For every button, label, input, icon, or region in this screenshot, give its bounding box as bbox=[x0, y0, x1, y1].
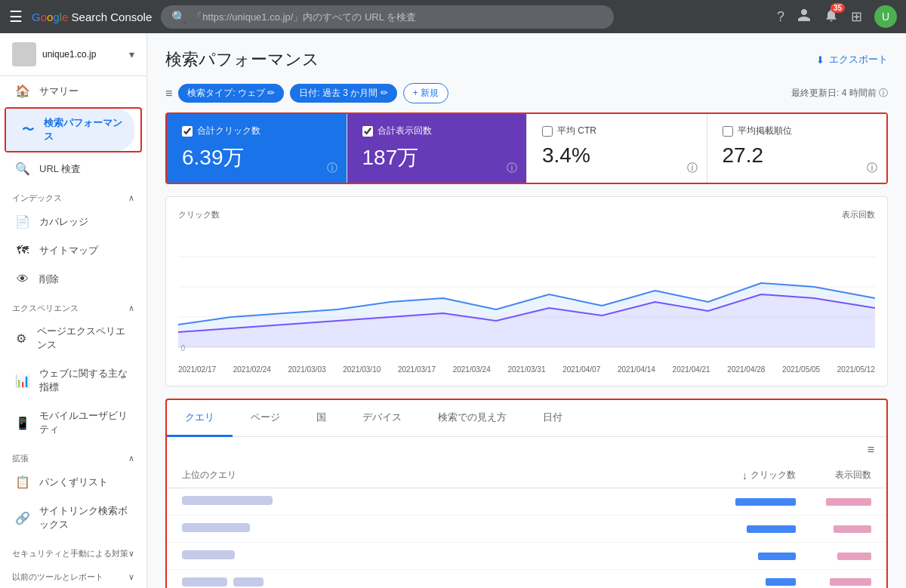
page-experience-icon: ⚙ bbox=[15, 331, 28, 346]
metric-info-clicks[interactable]: ⓘ bbox=[327, 162, 337, 175]
clicks-bar bbox=[766, 578, 796, 586]
chart-date-3: 2021/03/10 bbox=[343, 365, 381, 374]
search-icon: 🔍 bbox=[171, 10, 186, 24]
col-header-clicks[interactable]: ↓ クリック数 bbox=[705, 469, 796, 482]
account-icon[interactable] bbox=[797, 8, 812, 26]
impressions-bar bbox=[830, 578, 871, 586]
top-navigation: ☰ Google Search Console 🔍 ? 35 ⊞ U bbox=[0, 0, 906, 33]
filter-icon[interactable]: ≡ bbox=[165, 87, 172, 100]
search-input[interactable] bbox=[193, 11, 603, 23]
tab-date[interactable]: 日付 bbox=[525, 400, 581, 437]
sidebar-item-summary[interactable]: 🏠 サマリー bbox=[0, 76, 140, 106]
impressions-cell bbox=[796, 578, 871, 586]
impressions-bar bbox=[826, 498, 871, 506]
tab-search-appearance[interactable]: 検索での見え方 bbox=[420, 400, 525, 437]
metric-card-total-impressions[interactable]: 合計表示回数 187万 ⓘ bbox=[347, 114, 528, 183]
index-section-toggle[interactable]: ∧ bbox=[128, 193, 134, 203]
sidebar-item-removals[interactable]: 👁 削除 bbox=[0, 265, 140, 294]
metric-card-total-clicks[interactable]: 合計クリック数 6.39万 ⓘ bbox=[167, 114, 347, 183]
chart-svg: 0 bbox=[178, 226, 875, 362]
metric-checkbox-position[interactable] bbox=[723, 126, 733, 137]
filter-bar: ≡ 検索タイプ: ウェブ ✏ 日付: 過去 3 か月間 ✏ + 新規 最終更新日… bbox=[165, 83, 888, 103]
metric-label-ctr: 平均 CTR bbox=[557, 125, 596, 137]
breadcrumbs-icon: 📋 bbox=[15, 475, 30, 489]
col-header-impressions: 表示回数 bbox=[796, 469, 871, 482]
security-section-toggle[interactable]: ∨ bbox=[128, 549, 134, 559]
chart-date-1: 2021/02/24 bbox=[233, 365, 271, 374]
table-row[interactable] bbox=[167, 488, 886, 516]
sidebar-item-page-experience[interactable]: ⚙ ページエクスペリエンス bbox=[0, 317, 140, 359]
enhancements-section-toggle[interactable]: ∧ bbox=[128, 454, 134, 463]
date-filter[interactable]: 日付: 過去 3 か月間 ✏ bbox=[290, 84, 396, 103]
metric-checkbox-ctr[interactable] bbox=[542, 126, 553, 137]
sidebar-item-breadcrumbs[interactable]: 📋 パンくずリスト bbox=[0, 467, 140, 497]
menu-icon[interactable]: ☰ bbox=[9, 8, 23, 26]
tab-page[interactable]: ページ bbox=[233, 400, 298, 437]
chart-dates: 2021/02/17 2021/02/24 2021/03/03 2021/03… bbox=[178, 365, 875, 374]
help-icon[interactable]: ? bbox=[777, 9, 784, 25]
clicks-cell bbox=[705, 498, 796, 506]
account-selector[interactable]: unique1.co.jp ▾ bbox=[0, 33, 146, 76]
account-dropdown-arrow: ▾ bbox=[129, 48, 134, 60]
sort-icon: ↓ bbox=[742, 469, 747, 482]
chart-date-9: 2021/04/21 bbox=[673, 365, 710, 374]
sitelinks-icon: 🔗 bbox=[15, 511, 30, 525]
sidebar-section-experience: エクスペリエンス ∧ bbox=[0, 294, 146, 317]
tabs-toolbar: ≡ bbox=[167, 437, 886, 463]
metric-header-position: 平均掲載順位 bbox=[723, 125, 872, 137]
sidebar-label-search-performance: 検索パフォーマンス bbox=[44, 116, 122, 143]
page-header: 検索パフォーマンス ⬇ エクスポート bbox=[165, 48, 888, 71]
metric-label-clicks: 合計クリック数 bbox=[197, 125, 260, 137]
metric-info-position[interactable]: ⓘ bbox=[867, 162, 877, 175]
export-button[interactable]: ⬇ エクスポート bbox=[816, 53, 888, 66]
chart-y-label-right: 表示回数 bbox=[842, 209, 875, 220]
tab-country[interactable]: 国 bbox=[298, 400, 344, 437]
table-row[interactable] bbox=[167, 543, 886, 570]
apps-icon[interactable]: ⊞ bbox=[851, 8, 862, 25]
clicks-bar bbox=[758, 553, 796, 560]
user-avatar[interactable]: U bbox=[874, 5, 897, 28]
experience-section-toggle[interactable]: ∧ bbox=[128, 303, 134, 313]
sidebar-item-web-vitals[interactable]: 📊 ウェブに関する主な指標 bbox=[0, 359, 140, 402]
main-content: 検索パフォーマンス ⬇ エクスポート ≡ 検索タイプ: ウェブ ✏ 日付: 過去… bbox=[147, 33, 906, 588]
new-filter-button[interactable]: + 新規 bbox=[403, 83, 448, 103]
clicks-bar bbox=[747, 525, 796, 533]
table-row[interactable] bbox=[167, 516, 886, 543]
sidebar-item-sitelinks[interactable]: 🔗 サイトリンク検索ボックス bbox=[0, 497, 140, 539]
impressions-cell bbox=[796, 498, 871, 506]
impressions-cell bbox=[796, 553, 871, 560]
metric-checkbox-impressions[interactable] bbox=[362, 126, 373, 137]
last-updated: 最終更新日: 4 時間前 ⓘ bbox=[791, 87, 888, 100]
chart-date-12: 2021/05/12 bbox=[837, 365, 875, 374]
search-bar[interactable]: 🔍 bbox=[161, 5, 614, 29]
metric-value-ctr: 3.4% bbox=[542, 143, 692, 168]
chart-date-4: 2021/03/17 bbox=[398, 365, 436, 374]
metric-info-impressions[interactable]: ⓘ bbox=[507, 162, 517, 175]
sidebar-item-sitemaps[interactable]: 🗺 サイトマップ bbox=[0, 236, 140, 265]
search-type-filter[interactable]: 検索タイプ: ウェブ ✏ bbox=[178, 84, 284, 103]
metric-checkbox-clicks[interactable] bbox=[182, 126, 193, 137]
clicks-cell bbox=[705, 553, 796, 560]
chart-date-7: 2021/04/07 bbox=[562, 365, 600, 374]
metric-card-avg-ctr[interactable]: 平均 CTR 3.4% ⓘ bbox=[527, 114, 707, 183]
table-filter-icon[interactable]: ≡ bbox=[867, 443, 874, 457]
metric-label-position: 平均掲載順位 bbox=[738, 125, 792, 137]
sidebar-item-url-inspection[interactable]: 🔍 URL 検査 bbox=[0, 154, 140, 183]
page-title: 検索パフォーマンス bbox=[165, 48, 319, 71]
query-cell bbox=[182, 577, 705, 586]
metric-card-avg-position[interactable]: 平均掲載順位 27.2 ⓘ bbox=[707, 114, 887, 183]
sidebar-item-coverage[interactable]: 📄 カバレッジ bbox=[0, 207, 140, 236]
notifications-icon[interactable]: 35 bbox=[824, 8, 839, 26]
tab-device[interactable]: デバイス bbox=[344, 400, 420, 437]
tab-query[interactable]: クエリ bbox=[167, 400, 233, 437]
legacy-section-toggle[interactable]: ∨ bbox=[128, 572, 134, 582]
sidebar-item-mobile-usability[interactable]: 📱 モバイルユーザビリティ bbox=[0, 402, 140, 444]
impressions-bar bbox=[837, 553, 871, 560]
site-avatar bbox=[12, 42, 36, 66]
metric-info-ctr[interactable]: ⓘ bbox=[687, 162, 698, 175]
app-layout: unique1.co.jp ▾ 🏠 サマリー 〜 検索パフォーマンス 🔍 URL… bbox=[0, 33, 906, 588]
removals-icon: 👁 bbox=[15, 272, 30, 286]
sidebar-label-summary: サマリー bbox=[39, 85, 79, 98]
table-row[interactable] bbox=[167, 570, 886, 588]
sidebar-item-search-performance[interactable]: 〜 検索パフォーマンス bbox=[6, 109, 134, 151]
